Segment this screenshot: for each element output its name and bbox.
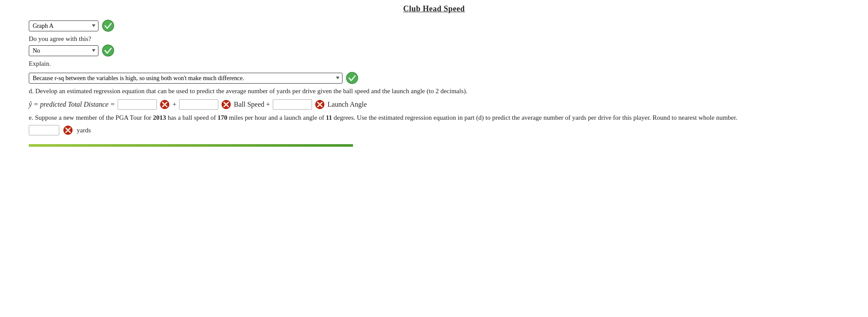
svg-point-0 (102, 20, 114, 31)
equation-input-2[interactable] (179, 99, 218, 110)
agree-select-row: Yes No (29, 44, 839, 57)
equation-input-3[interactable] (273, 99, 312, 110)
equation-input-1[interactable] (118, 99, 157, 110)
part-e-text-start: e. Suppose a new member of the PGA Tour … (29, 114, 151, 121)
equation-input-2-error[interactable] (221, 99, 231, 110)
agree-select[interactable]: Yes No (29, 45, 98, 56)
bottom-bar (29, 144, 353, 147)
part-e-section: e. Suppose a new member of the PGA Tour … (29, 114, 839, 135)
yards-input-error[interactable] (63, 125, 73, 135)
part-d-text: d. Develop an estimated regression equat… (29, 88, 839, 95)
equation-input-1-error[interactable] (159, 99, 170, 110)
part-e-text-mid1-label: has a ball speed of (168, 114, 216, 121)
equation-prefix: ŷ = predicted Total Distance = (29, 101, 115, 108)
graph-select-row: Graph A Graph B Graph C (29, 20, 839, 32)
plus-sign-1: + (173, 101, 176, 108)
part-e-text: e. Suppose a new member of the PGA Tour … (29, 114, 839, 121)
part-e-answer-row: yards (29, 125, 839, 135)
agree-question: Do you agree with this? (29, 35, 839, 43)
graph-select[interactable]: Graph A Graph B Graph C (29, 20, 98, 31)
agree-check-icon (102, 44, 114, 57)
explain-select[interactable]: Because r-sq between the variables is hi… (29, 73, 342, 84)
launch-angle-label: Launch Angle (328, 101, 367, 108)
explain-select-row: Because r-sq between the variables is hi… (29, 72, 839, 84)
graph-check-icon (102, 20, 114, 32)
part-e-text-end: degrees. Use the estimated regression eq… (334, 114, 737, 121)
equation-input-3-error[interactable] (315, 99, 325, 110)
yards-input[interactable] (29, 125, 59, 135)
ball-speed-label: Ball Speed + (234, 101, 270, 108)
explain-label: Explain. (29, 60, 839, 67)
part-e-speed: 170 (217, 114, 227, 121)
part-e-year: 2013 (153, 114, 166, 121)
explain-check-icon (346, 72, 358, 84)
yards-label: yards (77, 127, 91, 134)
svg-point-2 (346, 72, 358, 84)
page-title: Club Head Speed (29, 4, 839, 13)
part-d-section: d. Develop an estimated regression equat… (29, 88, 839, 110)
part-e-angle: 11 (326, 114, 332, 121)
equation-row: ŷ = predicted Total Distance = + Ball (29, 99, 839, 110)
part-e-text-mid2-label: miles per hour and a launch angle of (229, 114, 324, 121)
svg-point-1 (102, 45, 114, 56)
